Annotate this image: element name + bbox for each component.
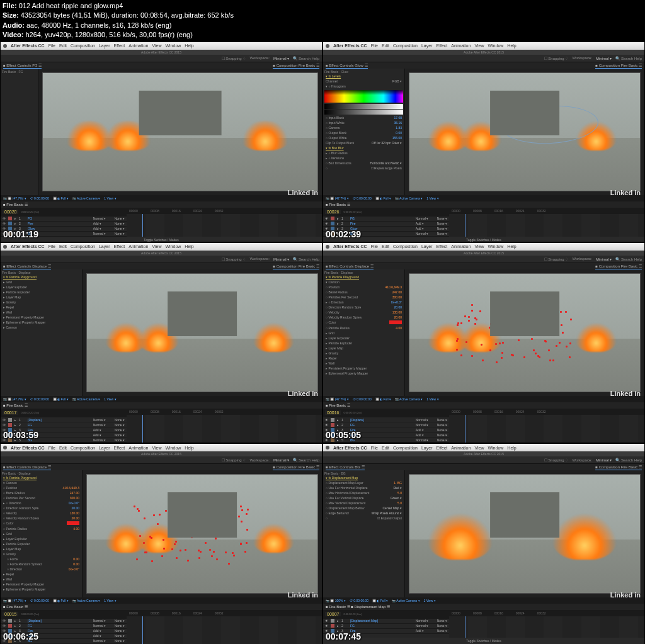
camera-select[interactable]: 📷 Active Camera ▾	[395, 397, 423, 401]
resolution-select[interactable]: 🔲 ◐ Full ▾	[53, 599, 69, 602]
menu-window[interactable]: Window	[488, 244, 503, 249]
menu-help[interactable]: Help	[507, 446, 516, 450]
current-frame[interactable]: 00016	[325, 410, 341, 415]
timeline-layer-fg[interactable]: 👁▸1 FGNormal ▾None ▾	[323, 217, 449, 222]
menu-view[interactable]: View	[152, 446, 161, 450]
panel-tab-composition[interactable]: ■ Composition Fire Basic ☰	[595, 464, 642, 470]
composition-preview[interactable]	[38, 69, 322, 195]
menu-after-effects-cc[interactable]: After Effects CC	[333, 43, 367, 48]
menu-effect[interactable]: Effect	[113, 43, 125, 48]
prop-velocity-random-sprea[interactable]: ○ Velocity Random Sprea20.00	[2, 516, 81, 521]
section-layer-map[interactable]: ▸ Layer Map	[2, 546, 81, 551]
menu-window[interactable]: Window	[488, 43, 503, 48]
snapping-toggle[interactable]: ☐ Snapping ♢	[222, 56, 246, 60]
section-wall[interactable]: ▸ Wall	[2, 577, 81, 582]
prop-max-vertical-displacement[interactable]: ○ Max Vertical Displacement5.0	[324, 500, 403, 506]
section-ephemeral-property-mapper[interactable]: ▸ Ephemeral Property Mapper	[2, 320, 81, 325]
zoom-select[interactable]: 📷 🔲 (47.7%) ▾	[3, 599, 26, 602]
menu-animation[interactable]: Animation	[128, 446, 148, 450]
histogram-icon[interactable]	[324, 90, 403, 103]
menu-help[interactable]: Help	[185, 446, 193, 450]
prop-position[interactable]: ○ Position410.6,649.3	[2, 485, 81, 490]
snapping-toggle[interactable]: ☐ Snapping ♢	[222, 257, 246, 261]
camera-select[interactable]: 📷 Active Camera ▾	[72, 196, 100, 200]
zoom-select[interactable]: 📷 🔲 (47.7%) ▾	[326, 397, 349, 401]
menu-file[interactable]: File	[371, 43, 378, 48]
timecode-readout[interactable]: ⏱ 0:00:00:00	[353, 196, 372, 200]
search-help[interactable]: 🔍 Search Help	[293, 257, 319, 261]
view-select[interactable]: 1 View ▾	[104, 397, 116, 401]
composition-preview[interactable]	[405, 269, 644, 396]
menu-animation[interactable]: Animation	[451, 244, 471, 249]
resolution-select[interactable]: 🔲 ◐ Full ▾	[375, 397, 391, 401]
preview-canvas[interactable]	[409, 273, 641, 392]
menu-edit[interactable]: Edit	[59, 244, 67, 249]
timeline-track-area[interactable]: 0000000008000160002400032	[449, 610, 644, 638]
effect-particle-playground[interactable]: ▾ fx Particle Playground	[2, 274, 81, 280]
current-frame[interactable]: 00015	[3, 612, 18, 616]
toggle-switches-button[interactable]: Toggle Switches / Modes	[323, 237, 644, 242]
prop-max-horizontal-displacement[interactable]: ○ Max Horizontal Displacement5.0	[324, 490, 403, 495]
gradient-input[interactable]	[324, 104, 403, 109]
menu-composition[interactable]: Composition	[393, 244, 418, 249]
menu-edit[interactable]: Edit	[59, 43, 67, 48]
prop-use-for-vertical-displace[interactable]: ○ Use For Vertical DisplaceGreen ▾	[324, 495, 403, 500]
menu-window[interactable]: Window	[165, 43, 181, 48]
menu-view[interactable]: View	[474, 43, 484, 48]
panel-tab-effect-controls[interactable]: ■ Effect Controls Displace ☰	[3, 263, 51, 269]
timecode-readout[interactable]: ⏱ 0:00:00:00	[353, 397, 372, 401]
toggle-switches-button[interactable]: Toggle Switches / Modes	[323, 638, 644, 644]
zoom-select[interactable]: 📷 🔲 (47.7%) ▾	[3, 196, 26, 200]
apple-icon[interactable]	[3, 446, 7, 449]
timeline-layer-fg[interactable]: 👁▸2 FGNormal ▾None ▾	[323, 624, 449, 629]
prop-displacement-map-behav[interactable]: ○ Displacement Map BehavCenter Map ▾	[324, 506, 403, 511]
current-frame[interactable]: 00007	[325, 612, 341, 616]
panel-tab-composition[interactable]: ■ Composition Fire Basic ☰	[273, 62, 319, 69]
snapping-toggle[interactable]: ☐ Snapping ♢	[544, 56, 569, 60]
menu-effect[interactable]: Effect	[436, 244, 447, 249]
resolution-select[interactable]: 🔲 ◐ Full ▾	[53, 196, 69, 200]
section-wall[interactable]: ▸ Wall	[2, 310, 81, 315]
preview-canvas[interactable]	[409, 474, 641, 593]
timeline-tab[interactable]: ■ Fire Basic ☰	[3, 404, 28, 407]
zoom-select[interactable]: 📷 🔲 (47.7%) ▾	[326, 196, 349, 200]
composition-preview[interactable]	[405, 69, 644, 195]
section-grid[interactable]: ▸ Grid	[2, 280, 81, 285]
composition-preview[interactable]	[405, 470, 644, 597]
timeline-layer-fire[interactable]: 👁▸2 FireAdd ▾None ▾	[1, 222, 127, 227]
view-select[interactable]: 1 View ▾	[426, 196, 438, 200]
search-help[interactable]: 🔍 Search Help	[293, 458, 319, 462]
panel-tab-composition[interactable]: ■ Composition Fire Basic ☰	[273, 464, 319, 470]
section-particle-exploder[interactable]: ▸ Particle Exploder	[324, 341, 403, 346]
menu-edit[interactable]: Edit	[382, 43, 389, 48]
panel-tab-composition[interactable]: ■ Composition Fire Basic ☰	[273, 263, 319, 269]
camera-select[interactable]: 📷 Active Camera ▾	[395, 196, 423, 200]
timeline-layer-fire[interactable]: 👁▸2 FireAdd ▾None ▾	[323, 222, 449, 227]
menu-layer[interactable]: Layer	[421, 244, 433, 249]
view-select[interactable]: 1 View ▾	[424, 599, 436, 602]
zoom-select[interactable]: 📷 🔲 (47.7%) ▾	[3, 397, 26, 401]
prop-output-black[interactable]: ○ Output Black0.00	[324, 130, 403, 135]
clip-output-black[interactable]: Clip To Output BlackOff for 32 bpc Color…	[324, 140, 403, 145]
menu-file[interactable]: File	[371, 446, 378, 450]
menu-view[interactable]: View	[474, 244, 484, 249]
apple-icon[interactable]	[3, 44, 7, 48]
menu-after-effects-cc[interactable]: After Effects CC	[11, 244, 45, 249]
channel-select[interactable]: Channel:RGB ▾	[324, 79, 403, 84]
timeline-layer-fg[interactable]: 👁▸2 FGNormal ▾None ▾	[1, 422, 127, 427]
panel-tab-effect-controls[interactable]: ■ Effect Controls Displace ☰	[326, 263, 374, 269]
menu-animation[interactable]: Animation	[451, 43, 471, 48]
menu-file[interactable]: File	[49, 446, 55, 450]
menu-edit[interactable]: Edit	[59, 446, 67, 450]
workspace-select[interactable]: Minimal ▾	[596, 458, 612, 462]
timeline-layer--displace-[interactable]: 👁▸1 [Displace]Normal ▾None ▾	[1, 417, 127, 422]
search-help[interactable]: 🔍 Search Help	[615, 257, 642, 261]
menu-view[interactable]: View	[152, 43, 161, 48]
section-cannon[interactable]: ▸ Cannon	[2, 325, 81, 330]
menu-composition[interactable]: Composition	[71, 244, 95, 249]
menu-view[interactable]: View	[474, 446, 484, 450]
prop-direction-random-spre[interactable]: ○ Direction Random Spre20.00	[2, 506, 81, 511]
gradient-output[interactable]	[324, 110, 403, 115]
menu-composition[interactable]: Composition	[393, 43, 418, 48]
zoom-select[interactable]: 📷 🔲 100% ▾	[326, 599, 346, 602]
